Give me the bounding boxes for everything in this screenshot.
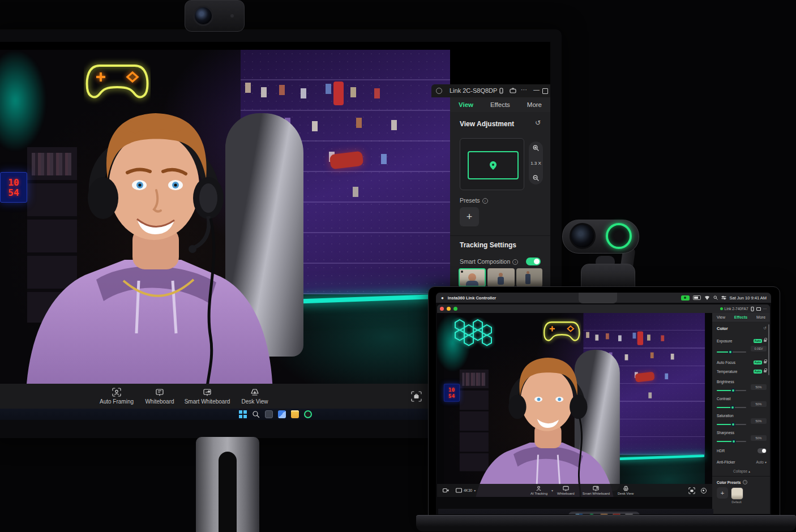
default-preset-thumbnail[interactable] xyxy=(731,487,743,500)
mode-halfbody-thumbnail[interactable] xyxy=(487,268,515,287)
desk-view-icon xyxy=(623,486,629,491)
exposure-slider[interactable] xyxy=(717,351,746,353)
window-title: Link 2C-S8Q8DP xyxy=(450,87,497,94)
lock-icon[interactable] xyxy=(764,340,767,342)
tab-more[interactable]: More xyxy=(756,315,765,319)
saturation-label: Saturation xyxy=(717,413,767,418)
sharpness-value[interactable]: 50% xyxy=(751,435,767,441)
menubar-clock[interactable]: Sat Jun 10 9:41 AM xyxy=(730,295,767,301)
search-icon[interactable] xyxy=(252,410,260,418)
smart-whiteboard-button[interactable]: Smart Whiteboard xyxy=(583,486,610,495)
tab-more[interactable]: More xyxy=(527,101,542,108)
temperature-row: Temperature Auto xyxy=(717,368,767,374)
spotlight-icon[interactable] xyxy=(713,295,718,300)
resolution-label[interactable]: 4K30 xyxy=(464,488,472,492)
chevron-down-icon[interactable]: ▾ xyxy=(551,488,553,492)
brightness-value[interactable]: 50% xyxy=(751,384,767,390)
whiteboard-button[interactable]: Whiteboard xyxy=(557,486,575,495)
reset-icon[interactable]: ↺ xyxy=(764,326,767,331)
record-button[interactable] xyxy=(701,488,707,494)
desk-view-button[interactable]: Desk View xyxy=(618,486,634,495)
exposure-value[interactable]: 0.0EV xyxy=(751,346,767,351)
info-icon[interactable]: i xyxy=(743,480,747,484)
add-preset-button[interactable]: + xyxy=(460,207,479,226)
apple-logo-icon[interactable]: ● xyxy=(441,295,444,301)
panel-scrollbar[interactable] xyxy=(768,324,769,375)
maximize-button[interactable] xyxy=(542,88,548,94)
reset-icon[interactable]: ↺ xyxy=(535,119,541,127)
add-color-preset-button[interactable]: + xyxy=(717,487,728,499)
resolution-icon[interactable] xyxy=(456,488,462,493)
link-controller-taskbar-icon[interactable] xyxy=(304,410,312,418)
whiteboard-button[interactable]: Whiteboard xyxy=(138,388,181,405)
device-name[interactable]: Link 2-740FA7 xyxy=(725,307,748,311)
capture-button[interactable] xyxy=(688,487,695,494)
more-menu-icon[interactable]: ⋯ xyxy=(763,307,767,311)
view-adjustment-preview[interactable] xyxy=(460,138,524,190)
task-view-icon[interactable] xyxy=(265,410,273,418)
anti-flicker-value[interactable]: Auto xyxy=(756,460,764,464)
tab-view[interactable]: View xyxy=(459,101,473,108)
desk-view-button[interactable]: Desk View xyxy=(233,388,276,405)
auto-focus-badge[interactable]: Auto xyxy=(754,361,762,364)
link-controller-dock-icon[interactable] xyxy=(587,514,596,515)
minimize-traffic-light[interactable] xyxy=(447,307,451,311)
close-traffic-light[interactable] xyxy=(440,307,444,311)
tab-effects[interactable]: Effects xyxy=(490,101,510,108)
firmware-icon[interactable] xyxy=(498,88,504,94)
mode-head-thumbnail[interactable] xyxy=(459,268,486,287)
zoom-out-icon[interactable] xyxy=(533,175,539,181)
saturation-slider[interactable] xyxy=(717,424,746,425)
widgets-icon[interactable] xyxy=(278,410,286,418)
chevron-down-icon[interactable]: ▾ xyxy=(765,460,767,464)
panel-divider xyxy=(450,235,550,236)
contrast-slider[interactable] xyxy=(717,407,746,408)
info-icon[interactable]: i xyxy=(512,259,518,265)
virtual-camera-icon[interactable] xyxy=(443,488,449,493)
minimize-button[interactable]: — xyxy=(533,86,540,93)
file-explorer-icon[interactable] xyxy=(291,410,299,418)
brightness-slider[interactable] xyxy=(717,390,746,391)
switch-camera-icon[interactable] xyxy=(756,307,761,311)
camera-active-indicator[interactable] xyxy=(681,295,690,301)
anti-flicker-row: Anti-Flicker Auto ▾ xyxy=(717,459,767,465)
control-center-icon[interactable] xyxy=(721,295,726,300)
color-presets-header: Color Presets i xyxy=(717,479,767,485)
zoom-in-icon[interactable] xyxy=(533,145,539,151)
calendar-icon[interactable]: 17 xyxy=(612,514,621,515)
brightness-label: Brightness xyxy=(717,379,767,384)
sharpness-slider[interactable] xyxy=(717,441,746,442)
trash-icon[interactable] xyxy=(624,514,634,515)
lock-icon[interactable] xyxy=(764,361,767,363)
gimbal-camera-head xyxy=(562,220,639,254)
color-section-header: Color ↺ xyxy=(717,325,767,331)
zoom-traffic-light[interactable] xyxy=(453,307,457,311)
more-menu-icon[interactable]: ⋯ xyxy=(521,86,527,93)
ai-tracking-button[interactable]: AI Tracking xyxy=(530,486,547,495)
smart-whiteboard-button[interactable]: Smart Whiteboard xyxy=(181,388,233,405)
saturation-value[interactable]: 50% xyxy=(751,418,767,424)
auto-framing-button[interactable]: Auto Framing xyxy=(95,388,138,405)
tab-view[interactable]: View xyxy=(717,315,725,319)
exposure-auto-badge[interactable]: Auto xyxy=(754,339,762,343)
contrast-value[interactable]: 50% xyxy=(751,401,767,407)
switch-camera-icon[interactable] xyxy=(510,88,516,94)
smart-composition-toggle[interactable] xyxy=(526,258,541,265)
temperature-badge[interactable]: Auto xyxy=(754,370,762,374)
finder-icon[interactable] xyxy=(575,514,584,515)
chevron-down-icon[interactable]: ▾ xyxy=(474,488,476,492)
panel-divider xyxy=(712,476,770,477)
orange-app-icon[interactable] xyxy=(600,514,609,515)
collapse-link[interactable]: Collapse ▴ xyxy=(717,468,767,474)
firmware-icon[interactable] xyxy=(751,307,754,311)
mode-wholebody-thumbnail[interactable] xyxy=(516,268,542,287)
tab-effects[interactable]: Effects xyxy=(734,315,747,319)
lock-icon[interactable] xyxy=(764,370,767,372)
start-button[interactable] xyxy=(239,410,247,418)
crop-region[interactable] xyxy=(468,151,519,179)
wifi-icon[interactable] xyxy=(704,296,710,300)
menubar-app-name[interactable]: Insta360 Link Controller xyxy=(448,295,496,301)
hdr-toggle[interactable] xyxy=(758,448,767,453)
capture-button[interactable] xyxy=(411,391,422,402)
info-icon[interactable]: i xyxy=(482,198,488,204)
